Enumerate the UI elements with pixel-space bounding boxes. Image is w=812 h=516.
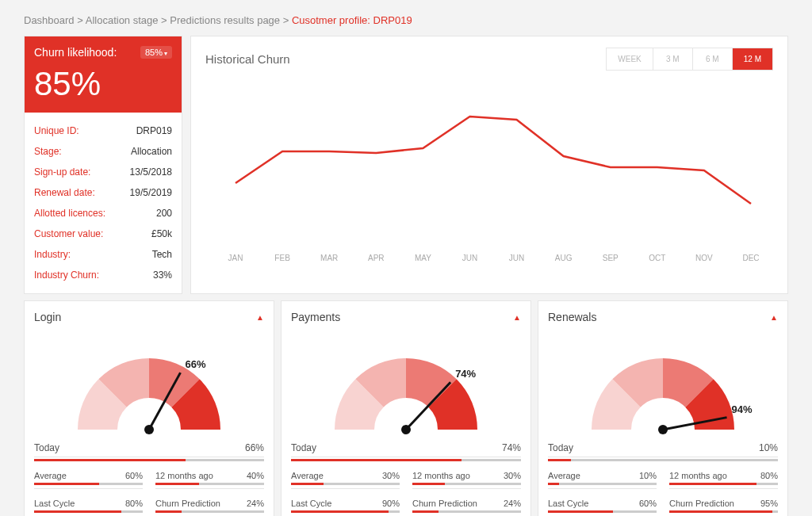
caret-up-icon[interactable]: ▲	[256, 313, 264, 322]
today-bar	[291, 459, 521, 461]
profile-row-val: 13/5/2018	[130, 166, 172, 178]
range-option[interactable]: 3 M	[653, 48, 692, 70]
svg-text:SEP: SEP	[603, 254, 619, 262]
mini-stat: 12 months ago80%	[669, 468, 778, 489]
gauge-value: 66%	[186, 358, 206, 370]
mini-stat-val: 80%	[760, 471, 778, 480]
profile-row: Renewal date:19/5/2019	[34, 182, 172, 203]
svg-point-13	[144, 425, 154, 434]
mini-stat: Churn Prediction24%	[412, 495, 521, 516]
mini-stat-val: 90%	[382, 499, 400, 508]
profile-row-val: £50k	[151, 228, 172, 239]
mini-stat: Last Cycle90%	[291, 495, 400, 516]
svg-text:APR: APR	[368, 254, 385, 262]
historical-chart-title: Historical Churn	[205, 52, 290, 66]
profile-row-key: Allotted licences:	[34, 208, 105, 219]
mini-stat-val: 24%	[247, 499, 264, 508]
breadcrumb-part[interactable]: Allocation stage	[86, 14, 159, 26]
mini-stat-label: Last Cycle	[548, 499, 588, 508]
mini-stat-val: 24%	[504, 499, 521, 508]
profile-row: Sign-up date:13/5/2018	[34, 162, 172, 182]
profile-row-key: Renewal date:	[34, 187, 95, 198]
gauge-chart: 66%	[34, 327, 264, 438]
svg-text:OCT: OCT	[649, 254, 665, 262]
mini-stat-val: 60%	[639, 499, 657, 508]
today-label: Today	[548, 442, 573, 453]
gauge-chart: 74%	[291, 327, 521, 438]
profile-row-val: 19/5/2019	[130, 187, 172, 198]
mini-stat: Average30%	[291, 468, 400, 489]
panel-title: Renewals	[548, 311, 596, 323]
profile-row: Unique ID:DRP019	[34, 120, 172, 141]
gauge-value: 94%	[732, 403, 753, 415]
today-bar	[34, 459, 264, 461]
breadcrumb-active: Cusotmer profile: DRP019	[292, 14, 412, 26]
mini-stat: Average60%	[34, 468, 143, 489]
range-option[interactable]: 6 M	[692, 48, 732, 70]
caret-up-icon[interactable]: ▲	[513, 313, 521, 322]
range-option[interactable]: 12 M	[732, 48, 772, 70]
mini-stat-label: Churn Prediction	[669, 499, 734, 508]
caret-up-icon[interactable]: ▲	[770, 313, 778, 322]
mini-stat-label: 12 months ago	[155, 471, 213, 480]
breadcrumb-part[interactable]: Predictions results page	[170, 14, 280, 26]
mini-stat-label: 12 months ago	[412, 471, 470, 480]
metric-panel: Renewals ▲ 94% Today10% Average10% 12 mo…	[538, 300, 788, 516]
svg-point-17	[658, 425, 668, 434]
mini-stat-label: Last Cycle	[34, 499, 75, 508]
svg-text:NOV: NOV	[695, 254, 713, 262]
gauge-value: 74%	[455, 368, 476, 380]
mini-stat-label: Average	[548, 471, 580, 480]
profile-body: Unique ID:DRP019Stage:AllocationSign-up …	[25, 113, 182, 293]
profile-row-key: Unique ID:	[34, 125, 79, 136]
today-label: Today	[34, 442, 59, 453]
profile-row-val: Allocation	[131, 146, 172, 157]
svg-text:JAN: JAN	[228, 254, 243, 262]
today-bar	[548, 459, 778, 461]
mini-stat-val: 40%	[247, 471, 264, 480]
mini-stat-val: 30%	[504, 471, 521, 480]
mini-stat-label: Average	[291, 471, 324, 480]
mini-stat-label: Churn Prediction	[412, 499, 477, 508]
churn-badge[interactable]: 85%▾	[140, 46, 172, 59]
profile-row-val: DRP019	[136, 125, 172, 136]
svg-text:JUN: JUN	[462, 254, 477, 262]
breadcrumb-part[interactable]: Dashboard	[24, 14, 75, 26]
profile-row-val: 33%	[153, 269, 172, 281]
range-option[interactable]: WEEK	[607, 48, 652, 70]
mini-stat: Last Cycle60%	[548, 495, 657, 516]
profile-row-val: 200	[156, 208, 172, 219]
profile-row-val: Tech	[152, 249, 172, 260]
mini-stat-val: 10%	[639, 471, 657, 480]
mini-stat-label: Churn Prediction	[155, 499, 220, 508]
svg-point-15	[401, 425, 411, 434]
svg-text:MAR: MAR	[320, 254, 338, 262]
mini-stat: 12 months ago30%	[412, 468, 521, 489]
historical-line-chart: JANFEBMARAPRMAYJUNJUNAUGSEPOCTNOVDEC	[205, 77, 773, 267]
profile-row-key: Sign-up date:	[34, 166, 90, 178]
svg-text:FEB: FEB	[274, 254, 290, 262]
mini-stat-val: 95%	[760, 499, 778, 508]
mini-stat: 12 months ago40%	[155, 468, 264, 489]
mini-stat-val: 30%	[382, 471, 400, 480]
breadcrumb: Dashboard > Allocation stage > Predictio…	[24, 14, 788, 26]
panel-title: Login	[34, 311, 61, 323]
gauge-chart: 94%	[548, 327, 778, 438]
today-value: 66%	[245, 442, 264, 453]
today-value: 10%	[759, 442, 778, 453]
profile-row-key: Customer value:	[34, 228, 103, 239]
today-label: Today	[291, 442, 316, 453]
profile-header: Churn likelihood: 85%▾ 85%	[25, 36, 182, 113]
svg-text:MAY: MAY	[415, 254, 431, 262]
mini-stat: Average10%	[548, 468, 657, 489]
metric-panel: Payments ▲ 74% Today74% Average30% 12 mo…	[281, 300, 531, 516]
time-range-selector: WEEK3 M6 M12 M	[606, 48, 773, 71]
mini-stat-label: 12 months ago	[669, 471, 727, 480]
churn-likelihood-label: Churn likelihood:	[34, 46, 117, 59]
mini-stat: Churn Prediction95%	[669, 495, 778, 516]
profile-row: Industry Churn:33%	[34, 265, 172, 285]
profile-row-key: Stage:	[34, 146, 62, 157]
today-value: 74%	[502, 442, 521, 453]
churn-big-percent: 85%	[34, 65, 172, 103]
mini-stat: Churn Prediction24%	[155, 495, 264, 516]
